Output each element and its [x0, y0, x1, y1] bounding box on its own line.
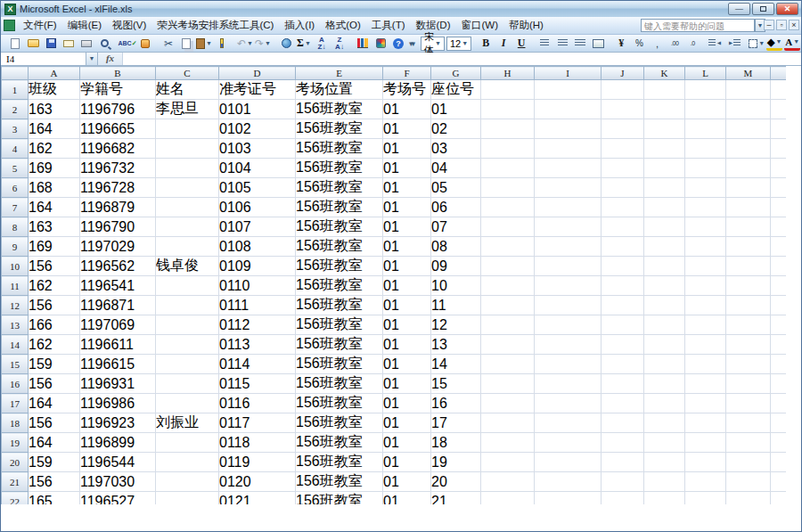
cell-K9[interactable]	[644, 237, 685, 257]
cell-C11[interactable]	[156, 276, 219, 296]
cell-B22[interactable]: 1196527	[80, 492, 156, 505]
header-cell-E1[interactable]: 考场位置	[296, 80, 383, 100]
cell-F2[interactable]: 01	[383, 100, 431, 119]
cell-D2[interactable]: 0101	[219, 100, 296, 119]
cell-B9[interactable]: 1197029	[80, 237, 156, 257]
cell-J6[interactable]	[602, 178, 644, 198]
cell-J7[interactable]	[602, 198, 644, 217]
cell-J16[interactable]	[602, 374, 644, 394]
cell-B3[interactable]: 1196665	[80, 119, 156, 139]
cell-G15[interactable]: 14	[431, 355, 481, 374]
research-icon[interactable]	[137, 36, 153, 51]
col-header-I[interactable]: I	[535, 67, 602, 80]
header-cell-F1[interactable]: 考场号	[383, 80, 431, 100]
cell-G11[interactable]: 10	[431, 276, 481, 296]
cell-G21[interactable]: 20	[431, 472, 481, 492]
cell-J1[interactable]	[602, 80, 644, 100]
print-icon[interactable]	[78, 36, 94, 51]
row-header-6[interactable]: 6	[2, 178, 29, 198]
cell-F20[interactable]: 01	[383, 453, 431, 472]
cell-E15[interactable]: 156班教室	[296, 355, 383, 374]
cell-C5[interactable]	[156, 159, 219, 178]
cell-J3[interactable]	[602, 119, 644, 139]
cell-H10[interactable]	[481, 257, 535, 276]
col-header-E[interactable]: E	[296, 67, 383, 80]
cell-M17[interactable]	[726, 394, 771, 413]
sort-ascending-icon[interactable]: AZ↓	[314, 36, 330, 51]
cell-G3[interactable]: 02	[431, 119, 481, 139]
cell-A3[interactable]: 164	[29, 119, 80, 139]
cell-F11[interactable]: 01	[383, 276, 431, 296]
cell-B6[interactable]: 1196728	[80, 178, 156, 198]
cell-F9[interactable]: 01	[383, 237, 431, 257]
cell-M13[interactable]	[726, 315, 771, 335]
cell-G4[interactable]: 03	[431, 139, 481, 159]
cell-K19[interactable]	[644, 433, 685, 453]
cell-L5[interactable]	[685, 159, 726, 178]
cell-F13[interactable]: 01	[383, 315, 431, 335]
cell-B2[interactable]: 1196796	[80, 100, 156, 119]
align-right-icon[interactable]	[572, 36, 588, 51]
cell-E16[interactable]: 156班教室	[296, 374, 383, 394]
cell-A18[interactable]: 156	[29, 413, 80, 433]
mail-icon[interactable]	[61, 36, 77, 51]
menu-item-0[interactable]: 文件(F)	[18, 17, 62, 34]
row-header-19[interactable]: 19	[2, 433, 29, 453]
cell-H11[interactable]	[481, 276, 535, 296]
cell-B5[interactable]: 1196732	[80, 159, 156, 178]
cell-E7[interactable]: 156班教室	[296, 198, 383, 217]
cell-D13[interactable]: 0112	[219, 315, 296, 335]
cell-I16[interactable]	[535, 374, 602, 394]
cell-K20[interactable]	[644, 453, 685, 472]
col-header-H[interactable]: H	[481, 67, 535, 80]
cell-B11[interactable]: 1196541	[80, 276, 156, 296]
cell-I6[interactable]	[535, 178, 602, 198]
cell-I17[interactable]	[535, 394, 602, 413]
col-header-B[interactable]: B	[80, 67, 156, 80]
cell-D17[interactable]: 0116	[219, 394, 296, 413]
header-cell-G1[interactable]: 座位号	[431, 80, 481, 100]
cell-A10[interactable]: 156	[29, 257, 80, 276]
cell-E22[interactable]: 156班教室	[296, 492, 383, 505]
cell-D4[interactable]: 0103	[219, 139, 296, 159]
cell-E13[interactable]: 156班教室	[296, 315, 383, 335]
cell-A12[interactable]: 156	[29, 296, 80, 315]
cell-I15[interactable]	[535, 355, 602, 374]
sort-descending-icon[interactable]: ZA↓	[331, 36, 348, 51]
cell-A21[interactable]: 156	[29, 472, 80, 492]
cell-M21[interactable]	[726, 472, 771, 492]
cell-D21[interactable]: 0120	[219, 472, 296, 492]
cell-J12[interactable]	[602, 296, 644, 315]
cell-F19[interactable]: 01	[383, 433, 431, 453]
cell-D19[interactable]: 0118	[219, 433, 296, 453]
restore-button[interactable]	[752, 3, 774, 15]
cell-F3[interactable]: 01	[383, 119, 431, 139]
cell-B8[interactable]: 1196790	[80, 217, 156, 237]
align-left-icon[interactable]	[536, 36, 552, 51]
header-cell-B1[interactable]: 学籍号	[80, 80, 156, 100]
cell-M15[interactable]	[726, 355, 771, 374]
cell-B21[interactable]: 1197030	[80, 472, 156, 492]
cell-A6[interactable]: 168	[29, 178, 80, 198]
cell-J14[interactable]	[602, 335, 644, 355]
cell-B19[interactable]: 1196899	[80, 433, 156, 453]
cell-I9[interactable]	[535, 237, 602, 257]
cell-H19[interactable]	[481, 433, 535, 453]
row-header-17[interactable]: 17	[2, 394, 29, 413]
cell-L10[interactable]	[685, 257, 726, 276]
col-header-D[interactable]: D	[219, 67, 296, 80]
merge-center-icon[interactable]	[590, 36, 606, 51]
close-button[interactable]: ✕	[776, 3, 798, 15]
cell-H1[interactable]	[481, 80, 535, 100]
cell-D12[interactable]: 0111	[219, 296, 296, 315]
cell-I8[interactable]	[535, 217, 602, 237]
cell-A17[interactable]: 164	[29, 394, 80, 413]
cell-J11[interactable]	[602, 276, 644, 296]
cell-M10[interactable]	[726, 257, 771, 276]
cell-C17[interactable]	[156, 394, 219, 413]
cell-D6[interactable]: 0105	[219, 178, 296, 198]
cell-A13[interactable]: 166	[29, 315, 80, 335]
cell-A20[interactable]: 159	[29, 453, 80, 472]
cell-G6[interactable]: 05	[431, 178, 481, 198]
cell-G16[interactable]: 15	[431, 374, 481, 394]
